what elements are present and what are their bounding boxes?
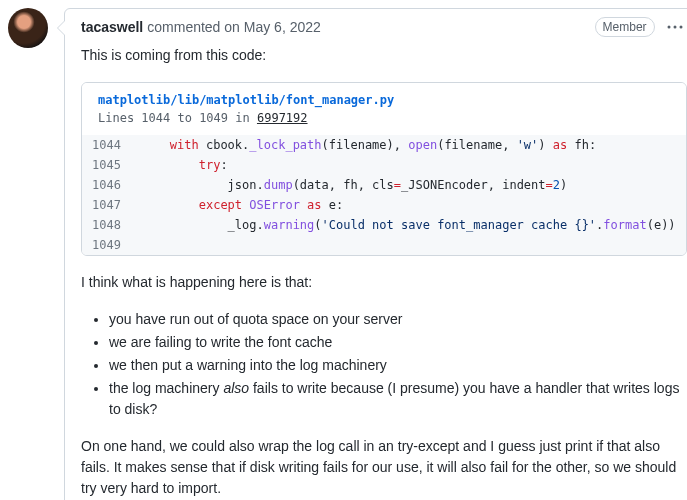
list-item: the log machinery also fails to write be… <box>109 378 687 420</box>
avatar[interactable] <box>8 8 48 48</box>
comment-container: tacaswell commented on May 6, 2022 Membe… <box>64 8 687 500</box>
code-reference-header: matplotlib/lib/matplotlib/font_manager.p… <box>82 83 686 135</box>
header-actions: Member <box>595 15 687 39</box>
comment-author-link[interactable]: tacaswell <box>81 19 143 35</box>
comment-body: This is coming from this code: matplotli… <box>65 45 687 500</box>
list-item: you have run out of quota space on your … <box>109 309 687 330</box>
comment-timeline-item: tacaswell commented on May 6, 2022 Membe… <box>8 8 675 500</box>
list-item: we are failing to write the font cache <box>109 332 687 353</box>
file-path-link[interactable]: matplotlib/lib/matplotlib/font_manager.p… <box>98 93 394 107</box>
svg-point-1 <box>673 26 676 29</box>
line-number[interactable]: 1045 <box>82 155 131 175</box>
svg-point-0 <box>667 26 670 29</box>
code-line: try: <box>131 155 686 175</box>
line-number[interactable]: 1049 <box>82 235 131 255</box>
code-line <box>131 235 686 255</box>
code-line: with cbook._lock_path(filename), open(fi… <box>131 135 686 155</box>
line-range-text: Lines 1044 to 1049 in <box>98 111 257 125</box>
author-role-badge: Member <box>595 17 655 37</box>
code-line: _log.warning('Could not save font_manage… <box>131 215 686 235</box>
code-snippet: 1044 with cbook._lock_path(filename), op… <box>82 135 686 255</box>
code-reference-block: matplotlib/lib/matplotlib/font_manager.p… <box>81 82 687 256</box>
line-number[interactable]: 1046 <box>82 175 131 195</box>
list-item: we then put a warning into the log machi… <box>109 355 687 376</box>
code-line: except OSError as e: <box>131 195 686 215</box>
code-line: json.dump(data, fh, cls=_JSONEncoder, in… <box>131 175 686 195</box>
body-paragraph: On one hand, we could also wrap the log … <box>81 436 687 499</box>
kebab-menu-icon[interactable] <box>663 15 687 39</box>
body-paragraph: This is coming from this code: <box>81 45 687 66</box>
commit-sha-link[interactable]: 6997192 <box>257 111 308 125</box>
comment-header: tacaswell commented on May 6, 2022 Membe… <box>65 9 687 45</box>
line-number[interactable]: 1048 <box>82 215 131 235</box>
line-number[interactable]: 1044 <box>82 135 131 155</box>
svg-point-2 <box>679 26 682 29</box>
body-paragraph: I think what is happening here is that: <box>81 272 687 293</box>
line-number[interactable]: 1047 <box>82 195 131 215</box>
bullet-list: you have run out of quota space on your … <box>81 309 687 420</box>
comment-timestamp: commented on May 6, 2022 <box>147 19 321 35</box>
